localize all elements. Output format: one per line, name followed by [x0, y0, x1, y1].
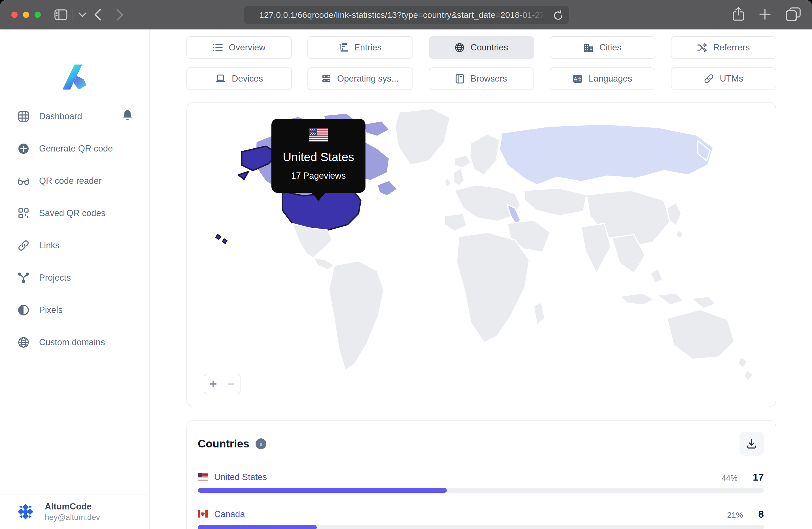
sidebar: Dashboard Generate QR code [0, 29, 149, 529]
us-flag-icon [309, 128, 328, 143]
chevron-down-icon[interactable] [78, 12, 87, 17]
sidebar-item-custom-domains[interactable]: Custom domains [0, 326, 149, 358]
traffic-lights [11, 12, 41, 18]
tab-referrers[interactable]: Referrers [671, 36, 776, 59]
tab-overview[interactable]: Overview [186, 36, 292, 59]
sidebar-item-qr-reader[interactable]: QR code reader [0, 165, 149, 197]
browser-chrome: 127.0.0.1/66qrcode/link-statistics/13?ty… [0, 0, 812, 29]
divider [73, 9, 73, 21]
map-tooltip: United States 17 Pageviews [272, 119, 365, 193]
tab-label: Countries [470, 43, 508, 53]
plus-circle-icon [17, 143, 29, 155]
map-zoom-control: + − [204, 374, 241, 394]
canada-flag-icon [198, 510, 208, 519]
bar-chart-icon [339, 43, 348, 52]
sidebar-item-label: Generate QR code [39, 144, 113, 154]
progress-fill [198, 525, 317, 529]
tab-label: Operating sys... [337, 74, 398, 84]
browser-window: 127.0.0.1/66qrcode/link-statistics/13?ty… [0, 0, 812, 529]
shuffle-icon [697, 43, 707, 52]
tab-entries[interactable]: Entries [307, 36, 413, 59]
glasses-icon [17, 176, 29, 186]
download-button[interactable] [739, 432, 764, 456]
account-email: hey@altum.dev [45, 513, 100, 522]
tab-countries[interactable]: Countries [429, 36, 534, 59]
country-link[interactable]: United States [214, 472, 267, 482]
country-link[interactable]: Canada [214, 509, 245, 519]
tab-devices[interactable]: Devices [186, 68, 292, 90]
table-row: Canada 21% 8 [198, 509, 764, 529]
tab-languages[interactable]: A 文 Languages [550, 68, 655, 90]
tooltip-pageviews: 17 Pageviews [291, 171, 346, 181]
zoom-out-button[interactable]: − [228, 378, 235, 390]
tab-label: Entries [354, 43, 381, 53]
back-icon[interactable] [94, 9, 101, 21]
sidebar-item-label: Dashboard [39, 111, 82, 121]
globe-icon [17, 337, 29, 348]
table-row: United States 44% 17 [198, 471, 764, 493]
sidebar-item-label: Links [39, 240, 59, 251]
sidebar-item-links[interactable]: Links [0, 230, 149, 262]
link-icon [17, 240, 29, 251]
sidebar-item-pixels[interactable]: Pixels [0, 294, 149, 326]
sidebar-item-projects[interactable]: Projects [0, 262, 149, 294]
minimize-window-button[interactable] [23, 12, 29, 18]
zoom-in-button[interactable]: + [210, 378, 217, 390]
globe-icon [455, 43, 464, 53]
link-icon [704, 74, 714, 84]
reload-icon[interactable] [553, 10, 564, 23]
app-logo[interactable] [0, 63, 149, 91]
country-count: 8 [758, 509, 764, 520]
progress-track [198, 525, 764, 529]
grid-icon [17, 111, 29, 122]
tab-label: Overview [229, 43, 265, 53]
browser-icon [455, 74, 464, 84]
progress-track [198, 488, 764, 493]
stats-tabs-row-2: Devices Operating sys... Browsers [186, 68, 776, 90]
share-nodes-icon [17, 273, 29, 283]
share-icon[interactable] [733, 7, 744, 23]
svg-text:文: 文 [578, 77, 582, 82]
sidebar-toggle-icon[interactable] [54, 9, 68, 20]
sidebar-nav: Dashboard Generate QR code [0, 100, 149, 358]
info-icon[interactable]: i [256, 438, 266, 449]
sidebar-item-dashboard[interactable]: Dashboard [0, 100, 149, 133]
tab-label: Referrers [713, 43, 750, 53]
avatar [16, 503, 34, 521]
tooltip-arrow [311, 193, 325, 201]
sidebar-item-saved-qr[interactable]: Saved QR codes [0, 197, 149, 230]
new-tab-icon[interactable] [759, 8, 771, 21]
tab-utms[interactable]: UTMs [671, 68, 776, 90]
language-icon: A 文 [573, 74, 582, 83]
country-count: 17 [753, 471, 764, 483]
sidebar-item-label: QR code reader [39, 176, 102, 186]
list-icon [213, 43, 223, 52]
url-text: 127.0.0.1/66qrcode/link-statistics/13?ty… [259, 10, 542, 20]
svg-text:A: A [574, 76, 577, 81]
tab-label: Languages [589, 74, 632, 84]
sidebar-item-label: Saved QR codes [39, 208, 105, 218]
countries-card: Countries i [186, 420, 776, 529]
world-map-card: United States 17 Pageviews + − [186, 102, 776, 407]
zoom-window-button[interactable] [34, 12, 41, 18]
account-footer[interactable]: AltumCode hey@altum.dev [0, 494, 149, 529]
tooltip-country: United States [283, 150, 354, 164]
tab-cities[interactable]: Cities [550, 36, 655, 59]
address-bar[interactable]: 127.0.0.1/66qrcode/link-statistics/13?ty… [244, 6, 569, 24]
tab-overview-icon[interactable] [786, 8, 801, 22]
bell-icon[interactable] [122, 109, 133, 123]
tab-label: Browsers [470, 74, 507, 84]
countries-title: Countries [198, 438, 249, 450]
laptop-icon [215, 74, 226, 83]
sidebar-item-generate-qr[interactable]: Generate QR code [0, 133, 149, 165]
close-window-button[interactable] [11, 12, 17, 18]
tab-label: UTMs [720, 74, 743, 84]
sidebar-item-label: Projects [39, 273, 71, 283]
tab-label: Devices [232, 74, 263, 84]
sidebar-item-label: Custom domains [39, 337, 105, 348]
tab-label: Cities [599, 43, 622, 53]
sidebar-item-label: Pixels [39, 305, 63, 315]
tab-operating-systems[interactable]: Operating sys... [307, 68, 413, 90]
url-fade [513, 6, 547, 24]
tab-browsers[interactable]: Browsers [429, 68, 534, 90]
